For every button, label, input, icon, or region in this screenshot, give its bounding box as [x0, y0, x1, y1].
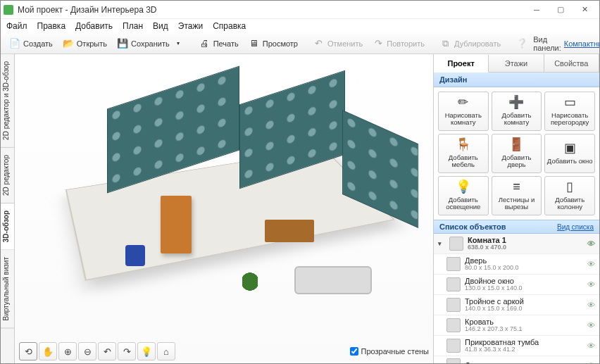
object-dim: 146.2 x 207.3 x 75.1 — [465, 326, 583, 333]
close-button[interactable]: ✕ — [573, 3, 596, 17]
panel-tabs: Проект Этажи Свойства — [434, 54, 599, 73]
sidetab-2d[interactable]: 2D редактор — [1, 148, 14, 203]
objects-title: Список объектов — [439, 222, 506, 231]
visibility-icon[interactable]: 👁 — [587, 239, 595, 248]
monitor-icon: 🖥 — [249, 38, 260, 49]
sidetab-3d[interactable]: 3D-обзор — [1, 203, 14, 250]
menu-floors[interactable]: Этажи — [178, 21, 203, 31]
design-button-label: Нарисовать комнату — [440, 112, 487, 127]
tree-toggle-icon[interactable]: ▾ — [438, 240, 445, 247]
rotate-left-icon[interactable]: ↶ — [98, 342, 116, 360]
preview-button[interactable]: 🖥Просмотр — [244, 37, 302, 51]
chevron-down-icon: ▾ — [173, 38, 184, 49]
object-dim: 80.0 x 15.0 x 200.0 — [465, 265, 583, 272]
object-dim: 41.8 x 36.3 x 41.2 — [465, 346, 583, 353]
furniture-chair — [125, 245, 145, 266]
viewport-3d[interactable]: ⟲ ✋ ⊕ ⊖ ↶ ↷ 💡 ⌂ Прозрачные стены — [15, 54, 433, 363]
undo-button[interactable]: ↶Отменить — [309, 37, 367, 51]
design-button-8[interactable]: ▯Добавить колонну — [544, 176, 595, 215]
object-row-2[interactable]: Тройное с аркой140.0 x 15.0 x 169.0👁 — [434, 295, 599, 315]
design-button-icon: ✏ — [458, 96, 468, 110]
panel-mode-link[interactable]: Компактный — [564, 39, 600, 48]
menu-help[interactable]: Справка — [213, 21, 246, 31]
visibility-icon[interactable]: 👁 — [587, 280, 595, 289]
design-button-label: Добавить комнату — [494, 112, 540, 127]
side-tabs: 2D редактор и 3D-обзор 2D редактор 3D-об… — [1, 54, 15, 363]
design-section-title: Дизайн — [434, 73, 599, 87]
titlebar: Мой проект - Дизайн Интерьера 3D ─ ▢ ✕ — [1, 1, 599, 19]
design-button-5[interactable]: ▣Добавить окно — [544, 134, 595, 173]
object-root[interactable]: ▾Комната 1638.0 x 470.0👁 — [434, 234, 599, 254]
visibility-icon[interactable]: 👁 — [587, 341, 595, 350]
window-title: Мой проект - Дизайн Интерьера 3D — [18, 5, 525, 15]
design-button-7[interactable]: ≡Лестницы и вырезы — [492, 176, 542, 215]
right-panel: Проект Этажи Свойства Дизайн ✏Нарисовать… — [433, 54, 599, 363]
design-button-icon: 🚪 — [508, 138, 524, 152]
visibility-icon[interactable]: 👁 — [587, 321, 595, 330]
design-button-label: Добавить дверь — [494, 154, 540, 169]
scene-3d[interactable] — [15, 54, 433, 339]
design-button-1[interactable]: ➕Добавить комнату — [492, 92, 542, 131]
zoom-out-icon[interactable]: ⊖ — [78, 342, 96, 360]
tab-project[interactable]: Проект — [434, 55, 489, 73]
object-row-4[interactable]: Прикроватная тумба41.8 x 36.3 x 41.2👁 — [434, 336, 599, 356]
create-button[interactable]: 📄Создать — [5, 37, 57, 51]
object-row-5[interactable]: Диван еврокнижка👁 — [434, 356, 599, 363]
menu-edit[interactable]: Правка — [37, 21, 66, 31]
tab-properties[interactable]: Свойства — [544, 54, 599, 72]
rotate-right-icon[interactable]: ↷ — [118, 342, 136, 360]
menu-view[interactable]: Вид — [153, 21, 168, 31]
light-icon[interactable]: 💡 — [137, 342, 156, 360]
view-toolbar: ⟲ ✋ ⊕ ⊖ ↶ ↷ 💡 ⌂ Прозрачные стены — [15, 339, 433, 363]
design-button-3[interactable]: 🪑Добавить мебель — [438, 134, 489, 173]
print-button[interactable]: 🖨Печать — [195, 37, 243, 51]
view-list-link[interactable]: Вид списка — [557, 223, 594, 231]
design-button-label: Добавить мебель — [440, 154, 487, 169]
save-button[interactable]: 💾Сохранить▾ — [113, 37, 188, 51]
folder-open-icon: 📂 — [63, 38, 74, 49]
redo-button[interactable]: ↷Повторить — [368, 37, 429, 51]
visibility-icon[interactable]: 👁 — [587, 361, 595, 363]
open-button[interactable]: 📂Открыть — [58, 37, 111, 51]
design-button-label: Добавить освещение — [440, 196, 487, 211]
sidetab-2d-3d[interactable]: 2D редактор и 3D-обзор — [1, 54, 14, 148]
view-pan-icon[interactable]: ✋ — [39, 342, 57, 360]
objects-list[interactable]: ▾Комната 1638.0 x 470.0👁Дверь80.0 x 15.0… — [434, 234, 599, 363]
object-dim: 130.0 x 15.0 x 140.0 — [465, 285, 583, 292]
design-button-6[interactable]: 💡Добавить освещение — [438, 176, 489, 215]
file-new-icon: 📄 — [9, 38, 20, 49]
visibility-icon[interactable]: 👁 — [587, 301, 595, 309]
object-row-3[interactable]: Кровать146.2 x 207.3 x 75.1👁 — [434, 315, 599, 336]
maximize-button[interactable]: ▢ — [549, 3, 573, 17]
view-360-icon[interactable]: ⟲ — [19, 342, 37, 360]
tab-floors[interactable]: Этажи — [489, 54, 544, 72]
design-button-icon: ▯ — [566, 180, 573, 194]
sidetab-virtual[interactable]: Виртуальный визит — [1, 250, 14, 329]
minimize-button[interactable]: ─ — [525, 3, 549, 17]
visibility-icon[interactable]: 👁 — [587, 260, 595, 268]
help-button[interactable]: ❔ — [512, 37, 532, 51]
furniture-sofa — [294, 266, 372, 294]
transparent-walls-checkbox[interactable]: Прозрачные стены — [350, 347, 429, 356]
design-button-4[interactable]: 🚪Добавить дверь — [492, 134, 542, 173]
design-button-label: Лестницы и вырезы — [494, 196, 540, 211]
transparent-walls-input[interactable] — [350, 347, 358, 356]
panel-mode-label: Вид панели: — [533, 35, 561, 52]
design-button-grid: ✏Нарисовать комнату➕Добавить комнату▭Нар… — [434, 87, 599, 220]
zoom-in-icon[interactable]: ⊕ — [58, 342, 77, 360]
design-button-label: Добавить окно — [547, 158, 593, 165]
toolbar: 📄Создать 📂Открыть 💾Сохранить▾ 🖨Печать 🖥П… — [1, 33, 599, 54]
object-thumb — [446, 257, 461, 271]
design-button-0[interactable]: ✏Нарисовать комнату — [438, 92, 489, 131]
menu-add[interactable]: Добавить — [75, 21, 113, 31]
object-row-1[interactable]: Двойное окно130.0 x 15.0 x 140.0👁 — [434, 275, 599, 295]
object-thumb — [446, 277, 461, 291]
furniture-shelf — [161, 196, 192, 253]
object-row-0[interactable]: Дверь80.0 x 15.0 x 200.0👁 — [434, 254, 599, 275]
design-button-2[interactable]: ▭Нарисовать перегородку — [544, 92, 595, 131]
redo-icon: ↷ — [373, 38, 384, 49]
duplicate-button[interactable]: ⧉Дублировать — [436, 37, 505, 51]
menu-file[interactable]: Файл — [6, 21, 27, 31]
menu-plan[interactable]: План — [123, 21, 143, 31]
home-icon[interactable]: ⌂ — [157, 342, 175, 360]
